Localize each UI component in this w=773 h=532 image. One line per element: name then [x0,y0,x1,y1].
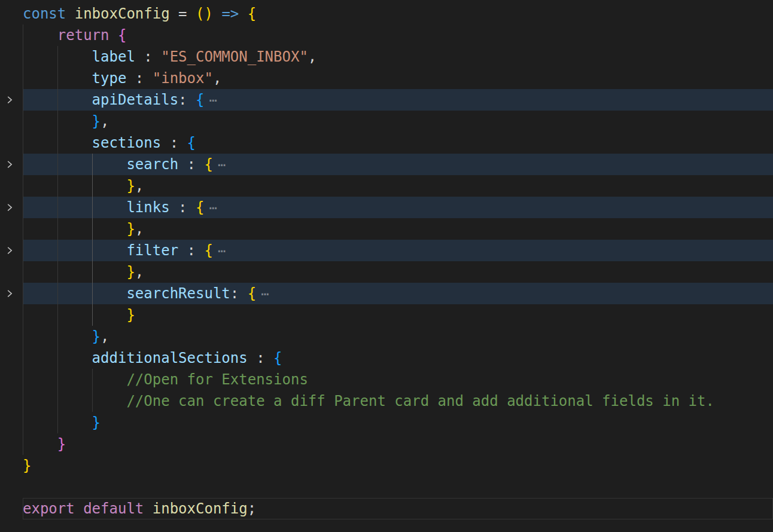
code-token: } [57,436,66,452]
code-line[interactable]: label : "ES_COMMON_INBOX", [0,46,773,68]
code-line[interactable]: }, [0,111,773,132]
code-token [23,70,92,87]
code-text: additionalSections : { [23,347,773,369]
code-token: : [178,242,204,259]
code-token [23,221,126,237]
folded-region-ellipsis[interactable]: ⋯ [204,93,217,108]
code-line[interactable]: const inboxConfig = () => { [0,3,773,25]
code-token [23,285,126,302]
code-line[interactable]: type : "inbox", [0,68,773,89]
code-line[interactable]: search : {⋯ [0,154,773,175]
code-token [213,5,221,22]
code-token: } [126,307,135,323]
code-line[interactable]: //One can create a diff Parent card and … [0,390,773,412]
code-line[interactable]: }, [0,261,773,283]
folded-region-ellipsis[interactable]: ⋯ [204,200,217,215]
code-line[interactable]: } [0,455,773,476]
code-token: "inbox" [153,70,213,87]
vscode-editor-window: const inboxConfig = () => { return { lab… [0,0,773,532]
chevron-right-icon[interactable] [5,246,14,258]
code-token: } [126,178,135,194]
code-token [23,48,92,65]
code-text: return { [23,25,773,46]
code-token: , [101,328,109,345]
code-token: return [57,27,109,44]
code-line[interactable]: searchResult: {⋯ [0,283,773,304]
code-line[interactable]: filter : {⋯ [0,240,773,261]
code-token [239,5,247,22]
code-text: }, [23,261,773,283]
code-line[interactable]: }, [0,218,773,240]
code-token: , [135,264,144,280]
code-line[interactable]: export default inboxConfig; [0,498,773,519]
code-token: sections [92,134,162,151]
code-token: () [196,5,213,22]
code-token [23,134,92,151]
code-token: , [308,48,316,65]
code-token [23,436,57,452]
code-token: additionalSections [92,350,248,366]
code-token [23,156,126,173]
code-token: : [135,48,161,65]
code-token: } [126,264,135,280]
code-token: "ES_COMMON_INBOX" [161,48,308,65]
code-text: const inboxConfig = () => { [23,3,773,25]
code-token: { [118,27,126,44]
code-line[interactable]: additionalSections : { [0,347,773,369]
code-token: } [23,457,31,474]
code-editor[interactable]: const inboxConfig = () => { return { lab… [0,0,773,532]
code-text: //One can create a diff Parent card and … [23,390,773,412]
code-token: , [213,70,221,87]
folded-region-ellipsis[interactable]: ⋯ [213,243,226,258]
code-line[interactable]: }, [0,326,773,347]
code-token: { [204,242,212,259]
code-token: } [92,113,101,130]
code-token [66,5,74,22]
code-token [23,199,126,216]
code-token: links [126,199,169,216]
code-line[interactable]: links : {⋯ [0,197,773,218]
code-token: ; [248,500,256,517]
code-line[interactable]: return { [0,25,773,46]
code-token: const [23,5,66,22]
code-text: //Open for Extensions [23,369,773,390]
code-text: sections : { [23,132,773,154]
code-line[interactable]: } [0,433,773,455]
chevron-right-icon[interactable] [5,289,14,301]
code-line[interactable]: sections : { [0,132,773,154]
code-text: filter : {⋯ [23,240,773,262]
code-token: type [92,70,127,87]
code-token [23,393,126,409]
chevron-right-icon[interactable] [5,160,14,172]
code-token: : [126,70,152,87]
code-token [144,500,152,517]
code-token [23,178,126,194]
code-token [23,307,126,323]
code-token: = [170,5,196,22]
folded-region-ellipsis[interactable]: ⋯ [213,157,226,172]
code-line[interactable]: } [0,412,773,433]
code-line[interactable]: apiDetails: {⋯ [0,89,773,111]
code-token: apiDetails [92,91,179,108]
code-text: }, [23,218,773,240]
code-token [23,113,92,130]
code-line[interactable]: }, [0,175,773,197]
chevron-right-icon[interactable] [5,95,14,107]
code-token: { [273,350,282,366]
code-token: , [135,178,144,194]
code-token: } [126,221,135,237]
code-text: } [23,433,773,455]
code-text: }, [23,326,773,347]
code-token: : [178,91,196,108]
chevron-right-icon[interactable] [5,203,14,215]
code-token: : [230,285,248,302]
code-token [23,350,92,366]
code-line[interactable]: } [0,304,773,326]
code-token: : [170,199,196,216]
code-line[interactable] [0,476,773,498]
code-token: { [248,285,256,302]
code-text: }, [23,175,773,197]
folded-region-ellipsis[interactable]: ⋯ [256,286,269,301]
code-token: searchResult [126,285,230,302]
code-line[interactable]: //Open for Extensions [0,369,773,390]
